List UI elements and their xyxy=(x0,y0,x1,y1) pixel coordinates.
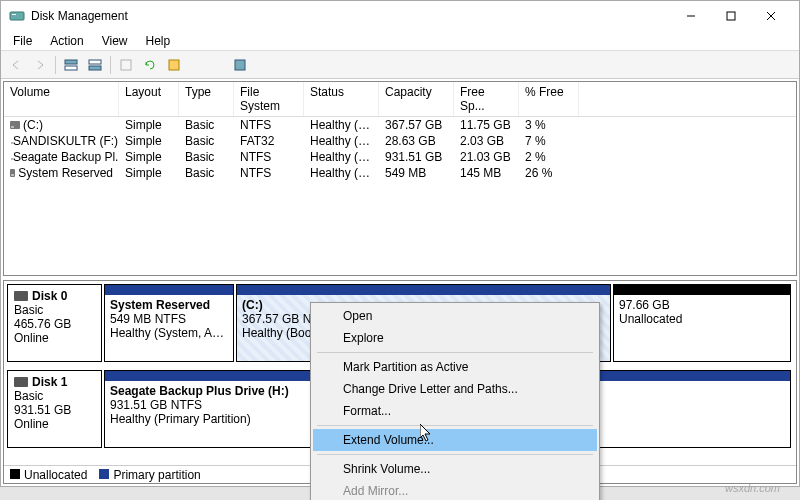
window-title: Disk Management xyxy=(31,9,671,23)
col-volume[interactable]: Volume xyxy=(4,82,119,116)
svg-rect-7 xyxy=(65,66,77,70)
menu-view[interactable]: View xyxy=(94,33,136,49)
ctx-add-mirror: Add Mirror... xyxy=(313,480,597,500)
col-free[interactable]: Free Sp... xyxy=(454,82,519,116)
help-icon[interactable] xyxy=(163,54,185,76)
ctx-shrink-volume[interactable]: Shrink Volume... xyxy=(313,458,597,480)
partition-system-reserved[interactable]: System Reserved 549 MB NTFS Healthy (Sys… xyxy=(104,284,234,362)
volume-row[interactable]: System ReservedSimpleBasicNTFSHealthy (S… xyxy=(4,165,796,181)
toggle-top-icon[interactable] xyxy=(60,54,82,76)
svg-rect-0 xyxy=(10,12,24,20)
col-type[interactable]: Type xyxy=(179,82,234,116)
menu-file[interactable]: File xyxy=(5,33,40,49)
hdd-icon xyxy=(14,377,28,387)
svg-rect-1 xyxy=(12,14,16,15)
col-status[interactable]: Status xyxy=(304,82,379,116)
legend-primary-swatch xyxy=(99,469,109,479)
refresh-icon[interactable] xyxy=(139,54,161,76)
settings-icon[interactable] xyxy=(229,54,251,76)
ctx-mark-active[interactable]: Mark Partition as Active xyxy=(313,356,597,378)
svg-rect-10 xyxy=(121,60,131,70)
volume-row[interactable]: SANDISKULTR (F:)SimpleBasicFAT32Healthy … xyxy=(4,133,796,149)
svg-rect-3 xyxy=(727,12,735,20)
ctx-open[interactable]: Open xyxy=(313,305,597,327)
disk-0-info[interactable]: Disk 0 Basic 465.76 GB Online xyxy=(7,284,102,362)
partition-unallocated[interactable]: 97.66 GB Unallocated xyxy=(613,284,791,362)
close-button[interactable] xyxy=(751,2,791,30)
maximize-button[interactable] xyxy=(711,2,751,30)
app-icon xyxy=(9,8,25,24)
back-icon[interactable] xyxy=(5,54,27,76)
volume-row[interactable]: Seagate Backup Pl...SimpleBasicNTFSHealt… xyxy=(4,149,796,165)
minimize-button[interactable] xyxy=(671,2,711,30)
forward-icon[interactable] xyxy=(29,54,51,76)
titlebar: Disk Management xyxy=(1,1,799,31)
svg-rect-6 xyxy=(65,60,77,64)
col-fs[interactable]: File System xyxy=(234,82,304,116)
toolbar xyxy=(1,51,799,79)
legend-unalloc-swatch xyxy=(10,469,20,479)
svg-rect-9 xyxy=(89,66,101,70)
svg-rect-8 xyxy=(89,60,101,64)
watermark: wsxdn.com xyxy=(725,482,780,494)
col-layout[interactable]: Layout xyxy=(119,82,179,116)
context-menu: Open Explore Mark Partition as Active Ch… xyxy=(310,302,600,500)
volume-row[interactable]: (C:)SimpleBasicNTFSHealthy (B...367.57 G… xyxy=(4,117,796,133)
volume-header: Volume Layout Type File System Status Ca… xyxy=(4,82,796,117)
drive-icon xyxy=(10,169,15,177)
svg-rect-11 xyxy=(169,60,179,70)
menu-action[interactable]: Action xyxy=(42,33,91,49)
ctx-extend-volume[interactable]: Extend Volume... xyxy=(313,429,597,451)
ctx-explore[interactable]: Explore xyxy=(313,327,597,349)
volume-list[interactable]: Volume Layout Type File System Status Ca… xyxy=(3,81,797,276)
col-pct[interactable]: % Free xyxy=(519,82,579,116)
col-capacity[interactable]: Capacity xyxy=(379,82,454,116)
svg-rect-12 xyxy=(235,60,245,70)
properties-icon[interactable] xyxy=(115,54,137,76)
ctx-change-letter[interactable]: Change Drive Letter and Paths... xyxy=(313,378,597,400)
disk-1-info[interactable]: Disk 1 Basic 931.51 GB Online xyxy=(7,370,102,448)
ctx-format[interactable]: Format... xyxy=(313,400,597,422)
hdd-icon xyxy=(14,291,28,301)
drive-icon xyxy=(10,121,20,129)
toggle-bottom-icon[interactable] xyxy=(84,54,106,76)
menubar: File Action View Help xyxy=(1,31,799,51)
menu-help[interactable]: Help xyxy=(138,33,179,49)
